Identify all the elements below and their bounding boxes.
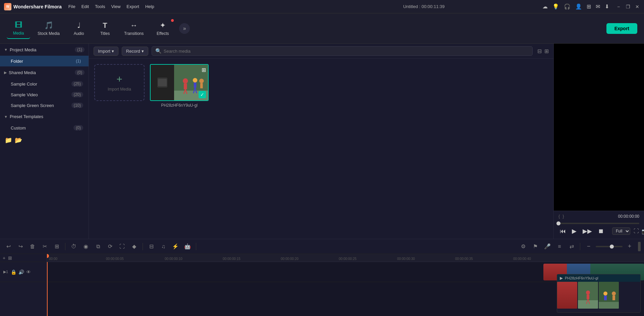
search-box: 🔍 [152,46,533,56]
sample-green-label: Sample Green Screen [11,103,54,108]
timeline-ruler: 00:00 00:00:00:05 00:00:00:10 00:00:00:1… [47,254,644,262]
track-options-icon[interactable]: ⊞ [8,255,12,261]
search-input[interactable] [164,49,529,54]
import-media-placeholder[interactable]: + Import Media [94,64,145,101]
color-button[interactable]: ◉ [81,242,91,252]
filmstrip-frames [557,282,619,312]
filter-icon[interactable]: ⊟ [537,48,542,54]
timeline-resize-handle[interactable] [638,242,641,251]
sidebar-item-folder[interactable]: Folder (1) [0,56,89,66]
preview-timeline-slider[interactable] [558,223,639,224]
transform-button[interactable]: ⧉ [93,242,103,252]
svg-point-4 [183,78,188,83]
menu-tools[interactable]: Tools [95,4,105,9]
sidebar: ▼ Project Media (1) Folder (1) ▶ Shared … [0,44,89,239]
ruler-mark-1: 00:00:00:05 [106,257,124,261]
ai-button[interactable]: 🤖 [182,242,193,252]
new-folder-icon[interactable]: 📁 [5,137,12,144]
undo-button[interactable]: ↩ [3,242,13,252]
menu-file[interactable]: File [68,4,75,9]
maximize-button[interactable]: ❐ [625,4,631,9]
sidebar-section-preset-templates[interactable]: ▼ Preset Templates [0,111,89,122]
play-forward-button[interactable]: ▶▶ [581,226,593,236]
cloud-icon[interactable]: ☁ [542,3,548,10]
audio-mix-button[interactable]: ♫ [158,242,168,252]
menu-edit[interactable]: Edit [82,4,89,9]
arrow-icon: ▼ [4,48,8,52]
export-button[interactable]: Export [606,23,637,34]
settings-button[interactable]: ⚙ [518,242,528,252]
ruler-mark-7: 00:00:00:35 [455,257,473,261]
zoom-out-button[interactable]: − [584,242,594,252]
tab-media[interactable]: 🎞 Media [7,18,30,39]
track-lock-icon[interactable]: 🔒 [11,269,16,275]
playhead[interactable] [47,262,48,316]
close-button[interactable]: ✕ [635,4,640,9]
account-icon[interactable]: 👤 [575,3,582,10]
cut-button[interactable]: ✂ [40,242,50,252]
menu-help[interactable]: Help [145,4,154,9]
crop-button[interactable]: ⊞ [52,242,62,252]
track-mute-icon[interactable]: 🔊 [18,269,24,275]
fullscreen-icon[interactable]: ⛶ [634,228,639,234]
menu-export[interactable]: Export [126,4,139,9]
filmstrip-play-icon[interactable]: ▶ [560,276,563,280]
flag-button[interactable]: ⚑ [530,242,540,252]
sidebar-item-custom[interactable]: Custom (0) [0,122,89,133]
app-logo[interactable]: W Wondershare Filmora [4,3,62,10]
mic-button[interactable]: 🎤 [542,242,552,252]
quality-select[interactable]: Full [612,227,630,235]
grid-view-icon[interactable]: ⊞ [544,48,549,54]
zoom-slider[interactable] [596,246,623,247]
motion-button[interactable]: ⚡ [170,242,180,252]
sidebar-section-project-media[interactable]: ▼ Project Media (1) [0,44,89,56]
sidebar-section-shared-media[interactable]: ▶ Shared Media (0) [0,66,89,78]
more-tabs-button[interactable]: » [179,23,190,34]
menu-view[interactable]: View [111,4,120,9]
thumb-left [151,65,174,100]
open-folder-icon[interactable]: 📂 [15,137,22,144]
tab-effects[interactable]: ✦ Effects [151,18,174,39]
preview-screen [554,44,644,211]
rotate-button[interactable]: ⟳ [105,242,115,252]
list-button[interactable]: ≡ [554,242,565,252]
tab-titles[interactable]: T Titles [93,18,117,39]
controls-bar: { } 00:00:00:00 ⏮ ▶ ▶▶ ⏹ Full ⛶ 📷 [554,211,644,239]
redo-button[interactable]: ↪ [15,242,25,252]
track-visible-icon[interactable]: 👁 [26,269,31,275]
svg-rect-15 [578,300,598,309]
play-button[interactable]: ▶ [571,226,578,236]
thumb-inner: ⊞ ✓ [151,65,208,100]
zoom-in-button[interactable]: + [625,242,635,252]
download-icon[interactable]: ⬇ [605,3,609,10]
timer-button[interactable]: ⏱ [69,242,79,252]
tab-stock-media[interactable]: 🎵 Stock Media [33,18,64,39]
sidebar-item-sample-color[interactable]: Sample Color (25) [0,78,89,89]
record-button[interactable]: Record ▾ [122,47,148,56]
timeline-ruler-area: 00:00 00:00:00:05 00:00:00:10 00:00:00:1… [47,254,644,316]
mail-icon[interactable]: ✉ [596,3,600,10]
sidebar-item-sample-video[interactable]: Sample Video (20) [0,89,89,100]
stop-button[interactable]: ⏹ [597,226,605,236]
add-track-icon[interactable]: + [3,255,5,261]
menu-bar: File Edit Tools View Export Help [68,4,306,9]
fit-button[interactable]: ⛶ [117,242,127,252]
track-header-controls: + ⊞ [0,254,47,262]
sidebar-item-sample-green[interactable]: Sample Green Screen (10) [0,100,89,111]
track-lane-1 [47,262,644,282]
step-back-button[interactable]: ⏮ [558,226,567,236]
media-item-ph28z[interactable]: ⊞ ✓ PH28zHF6nY9uU-gl [150,64,209,108]
bookmark-icon[interactable]: ⊞ [587,3,591,10]
adjust-button[interactable]: ⊟ [146,242,156,252]
keyframe-button[interactable]: ◆ [129,242,139,252]
headset-icon[interactable]: 🎧 [564,3,571,10]
delete-button[interactable]: 🗑 [28,242,38,252]
screenshot-icon[interactable]: 📷 [642,228,644,234]
tab-transitions[interactable]: ↔ Transitions [119,18,148,39]
tab-audio[interactable]: ♩ Audio [67,18,91,39]
import-button[interactable]: Import ▾ [94,47,118,56]
minimize-button[interactable]: − [616,4,621,9]
switch-button[interactable]: ⇄ [567,242,577,252]
titles-icon: T [103,21,107,30]
sun-icon[interactable]: 💡 [552,3,559,10]
